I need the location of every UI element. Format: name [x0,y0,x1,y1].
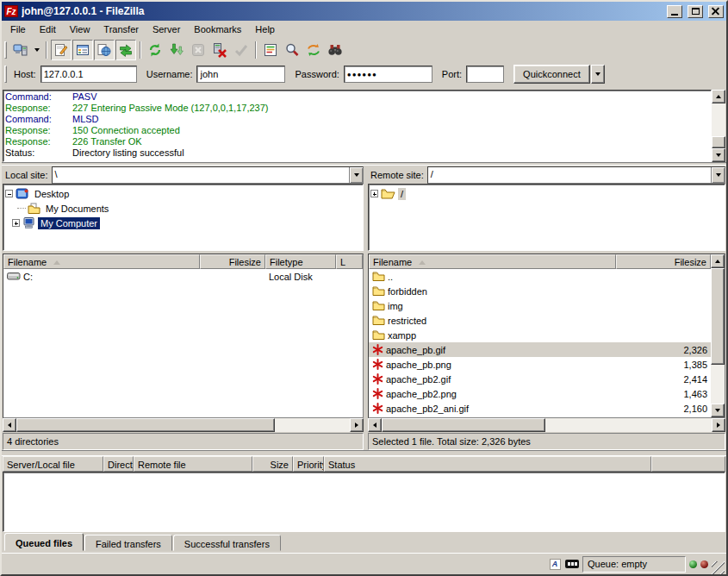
remote-site-value[interactable]: / [428,167,711,183]
minimize-button[interactable] [667,5,682,18]
file-row[interactable]: apache_pb2.gif 2,414 [369,372,711,386]
tree-item-my-documents[interactable]: My Documents [5,201,363,216]
column-header-priority[interactable]: Priority [293,456,324,472]
local-list-body[interactable]: C: Local Disk [3,269,363,417]
expand-icon[interactable] [370,190,378,197]
transfer-type-indicator[interactable]: A [548,558,562,571]
disconnect-button[interactable] [209,40,230,60]
menu-bookmarks[interactable]: Bookmarks [187,22,248,36]
filename-filters-button[interactable] [282,40,302,60]
file-row[interactable]: apache_pb.png 1,385 [369,357,711,372]
scroll-right-button[interactable] [350,418,364,432]
column-header-last-modified[interactable]: L [336,254,363,269]
file-row[interactable]: apache_pb2.png 1,463 [369,386,711,401]
password-input[interactable] [344,66,432,83]
scroll-track[interactable] [275,418,350,432]
remote-site-combo[interactable]: / [427,166,725,184]
scroll-up-button[interactable] [711,254,725,268]
scroll-up-button[interactable] [712,90,725,103]
menu-file[interactable]: File [3,22,33,36]
scroll-thumb[interactable] [382,418,545,432]
scroll-track[interactable] [712,103,725,136]
toolbar-grip[interactable] [4,41,7,59]
tab-failed-transfers[interactable]: Failed transfers [84,535,172,551]
column-header-direction[interactable]: Directi... [103,456,134,472]
tab-queued-files[interactable]: Queued files [4,533,84,551]
remote-list-body[interactable]: .. forbidden img restricted [369,269,711,417]
column-header-status[interactable]: Status [324,456,651,472]
log-scrollbar[interactable] [712,90,725,162]
toggle-local-tree-button[interactable] [72,40,93,60]
resize-grip[interactable] [712,561,725,574]
remote-vertical-scrollbar[interactable] [711,254,725,417]
directory-comparison-button[interactable] [260,40,281,60]
find-files-button[interactable] [325,40,345,60]
site-manager-dropdown[interactable] [32,40,42,60]
port-input[interactable] [466,66,504,83]
quickconnect-dropdown[interactable] [591,65,605,84]
file-row[interactable]: restricted [369,313,711,328]
local-site-dropdown[interactable] [349,167,363,183]
scroll-thumb[interactable] [712,136,725,148]
remote-site-dropdown[interactable] [711,167,725,183]
scroll-thumb[interactable] [711,268,725,365]
speed-limits-icon[interactable] [565,558,579,571]
toggle-message-log-button[interactable] [51,40,72,60]
file-row[interactable]: forbidden [369,284,711,298]
scroll-down-button[interactable] [712,148,725,162]
quickconnect-button[interactable]: Quickconnect [513,65,590,84]
scroll-left-button[interactable] [3,418,16,432]
column-header-size[interactable]: Size [252,456,293,472]
menu-view[interactable]: View [63,22,97,36]
menu-edit[interactable]: Edit [33,22,63,36]
file-row[interactable]: .. [369,269,711,284]
file-row[interactable]: apache_pb2_ani.gif 2,160 [369,401,711,416]
scroll-left-button[interactable] [368,418,382,432]
file-row-c-drive[interactable]: C: Local Disk [3,269,363,284]
tree-item-my-computer[interactable]: My Computer [5,216,363,230]
column-header-filesize[interactable]: Filesize [200,254,265,269]
toggle-transfer-queue-button[interactable] [115,40,136,60]
menu-help[interactable]: Help [248,22,282,36]
synchronized-browsing-button[interactable] [303,40,324,60]
scroll-right-button[interactable] [712,418,725,432]
quickbar-grip[interactable] [4,66,7,83]
refresh-button[interactable] [145,40,165,60]
tree-item-desktop[interactable]: Desktop [5,186,363,201]
scroll-thumb[interactable] [16,418,275,432]
tree-label[interactable]: My Documents [43,203,111,215]
menu-server[interactable]: Server [146,22,187,36]
collapse-icon[interactable] [5,190,13,197]
column-header-filesize[interactable]: Filesize [616,254,711,269]
remote-tree[interactable]: / [368,184,725,251]
username-input[interactable] [196,66,285,83]
local-horizontal-scrollbar[interactable] [3,418,364,432]
expand-icon[interactable] [12,219,20,227]
scroll-track[interactable] [711,365,725,404]
column-header-filename[interactable]: Filename [3,254,200,269]
toggle-remote-tree-button[interactable] [94,40,115,60]
tree-label[interactable]: Desktop [32,188,72,200]
maximize-button[interactable] [688,5,703,18]
tree-label[interactable]: / [398,188,406,200]
column-header-remote-file[interactable]: Remote file [134,456,252,472]
local-site-combo[interactable]: \ [52,166,364,184]
site-manager-button[interactable] [10,40,31,60]
scroll-down-button[interactable] [711,404,725,417]
file-row[interactable]: xampp [369,328,711,342]
column-header-filetype[interactable]: Filetype [265,254,336,269]
column-header-filename[interactable]: Filename [369,254,616,269]
file-row[interactable]: img [369,298,711,313]
process-queue-button[interactable] [166,40,187,60]
remote-horizontal-scrollbar[interactable] [368,418,725,432]
column-header-server-local-file[interactable]: Server/Local file [3,456,103,472]
local-site-value[interactable]: \ [53,167,349,183]
file-row-selected[interactable]: apache_pb.gif 2,326 [369,342,711,357]
message-log-body[interactable]: Command:PASV Response:227 Entering Passi… [3,90,712,162]
scroll-track[interactable] [545,418,712,432]
tab-successful-transfers[interactable]: Successful transfers [173,535,281,551]
host-input[interactable] [40,66,137,83]
title-bar[interactable]: Fz john@127.0.0.1 - FileZilla [2,2,726,21]
tree-label[interactable]: My Computer [38,217,100,229]
menu-transfer[interactable]: Transfer [96,22,146,36]
